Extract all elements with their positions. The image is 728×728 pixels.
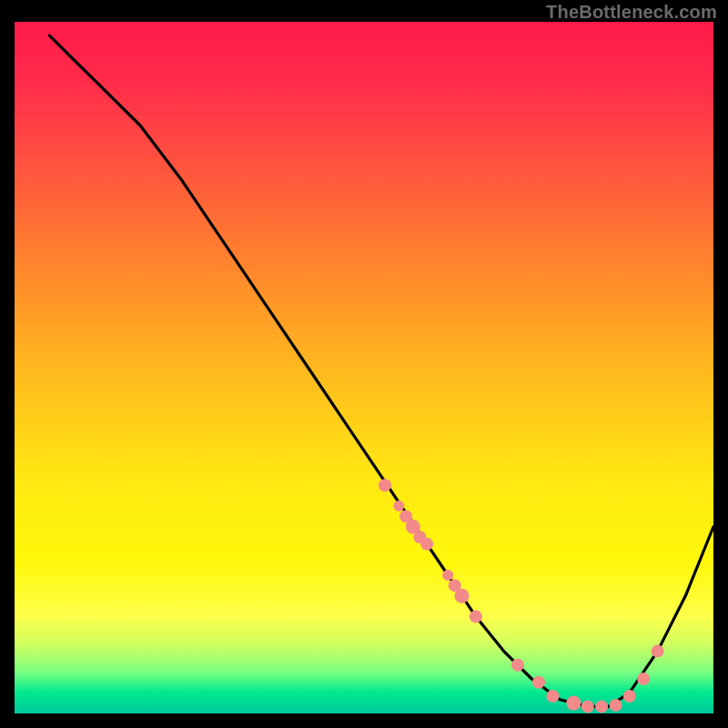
data-point bbox=[442, 570, 453, 581]
plot-area bbox=[15, 22, 713, 713]
data-point bbox=[566, 696, 581, 711]
chart-frame: TheBottleneck.com bbox=[0, 0, 728, 728]
data-point bbox=[652, 645, 664, 658]
data-point bbox=[470, 611, 482, 623]
data-point bbox=[610, 699, 622, 712]
data-markers bbox=[379, 479, 664, 713]
data-point bbox=[393, 500, 404, 511]
data-point bbox=[511, 659, 524, 672]
data-point bbox=[455, 589, 470, 603]
data-point bbox=[546, 690, 559, 703]
chart-svg bbox=[15, 22, 713, 713]
data-point bbox=[532, 676, 545, 689]
data-point bbox=[623, 690, 636, 703]
data-point bbox=[581, 700, 594, 713]
watermark-text: TheBottleneck.com bbox=[546, 2, 717, 23]
data-point bbox=[420, 538, 433, 551]
data-point bbox=[379, 479, 391, 491]
data-point bbox=[637, 672, 650, 685]
data-point bbox=[595, 700, 608, 713]
curve-line bbox=[49, 35, 713, 706]
